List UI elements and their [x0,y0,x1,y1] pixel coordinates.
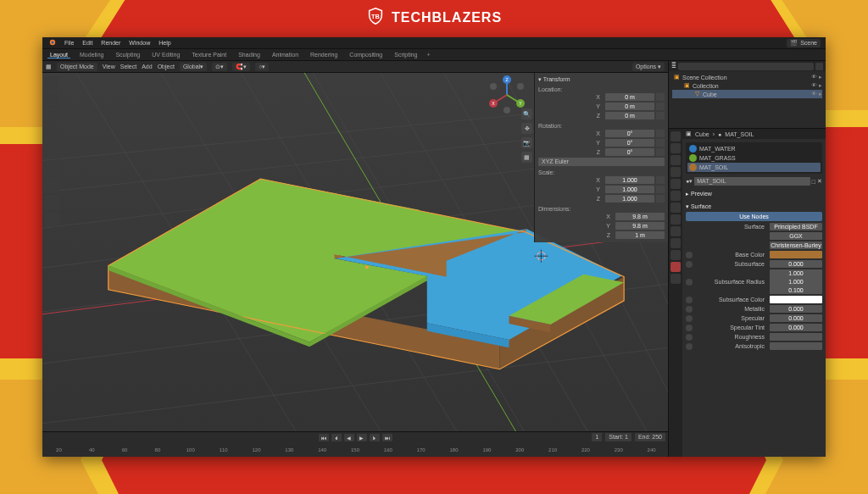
scale-x[interactable]: 1.000 [605,176,654,184]
scene-selector[interactable]: 🎬 Scene [787,39,821,47]
ws-tab-layout[interactable]: Layout [47,52,70,58]
viewport-options[interactable]: Options ▾ [632,63,665,71]
tool-rotate[interactable] [44,127,59,142]
restrict-icon[interactable]: ▸ [819,74,822,80]
filter-icon[interactable] [815,63,823,70]
camera-view-button[interactable]: 📷 [521,137,532,148]
tab-physics[interactable] [670,226,681,236]
subsurface-value[interactable]: 0.000 [770,260,822,268]
socket-dot-icon[interactable] [686,306,693,313]
tab-material[interactable] [670,262,681,272]
loc-y[interactable]: 0 m [605,103,654,110]
ws-tab-modeling[interactable]: Modeling [77,52,106,58]
editor-type-icon[interactable]: ▦ [46,64,52,70]
socket-dot-icon[interactable] [686,252,693,258]
socket-dot-icon[interactable] [686,343,693,350]
socket-dot-icon[interactable] [686,315,693,322]
start-frame[interactable]: Start: 1 [605,433,632,441]
ws-add-tab[interactable]: + [427,52,431,58]
ws-tab-rendering[interactable]: Rendering [308,52,340,58]
outliner-row[interactable]: ▣Scene Collection👁▸ [672,73,822,81]
tab-viewlayer[interactable] [670,155,681,165]
anisotropic-value[interactable] [770,342,822,350]
loc-x[interactable]: 0 m [605,93,654,101]
ws-tab-compositing[interactable]: Compositing [347,52,385,58]
end-frame[interactable]: End: 250 [635,433,665,441]
jump-start-icon[interactable]: ⏮ [319,434,329,441]
tool-annotate[interactable] [44,178,59,193]
tool-transform[interactable] [44,161,59,176]
menu-help[interactable]: Help [159,40,170,46]
material-dropdown-icon[interactable]: ●▾ [686,178,693,185]
unlink-material-button[interactable]: ✕ [817,178,822,185]
material-slot[interactable]: MAT_WATER [687,144,821,153]
dim-z[interactable]: 1 m [615,231,665,239]
vp-menu-object[interactable]: Object [158,64,175,69]
vp-menu-select[interactable]: Select [120,64,136,69]
orientation-selector[interactable]: Global ▾ [180,63,207,71]
menu-edit[interactable]: Edit [82,40,92,46]
play-reverse-icon[interactable]: ◀ [344,434,354,441]
tab-mesh[interactable] [670,250,681,260]
socket-dot-icon[interactable] [686,279,693,286]
ws-tab-uvediting[interactable]: UV Editing [149,52,182,58]
metallic-value[interactable]: 0.000 [770,305,822,313]
timeline-ruler[interactable]: 2040608010011012013014015016017018019020… [42,442,668,457]
sss-radius[interactable]: 1.000 1.000 0.100 [770,269,822,294]
tool-select-box[interactable] [44,76,59,92]
lock-icon[interactable] [656,139,665,147]
outliner-row[interactable]: ▣Collection👁▸ [672,81,822,90]
socket-dot-icon[interactable] [686,297,693,303]
sss-method[interactable]: Christensen-Burley [770,241,822,249]
ws-tab-shading[interactable]: Shading [236,52,263,58]
roughness-value[interactable] [770,333,822,341]
specular-tint-value[interactable]: 0.000 [770,324,822,331]
move-view-button[interactable]: ✥ [521,123,532,134]
outliner-type-icon[interactable]: ≣ [671,63,676,69]
restrict-icon[interactable]: ▸ [819,91,822,97]
dim-y[interactable]: 9.8 m [615,222,665,230]
3d-viewport[interactable]: ▦ Object Mode View Select Add Object Glo… [42,61,668,431]
lock-icon[interactable] [656,93,665,101]
preview-panel-header[interactable]: ▸ Preview [686,189,822,199]
scale-z[interactable]: 1.000 [605,195,654,203]
lock-icon[interactable] [656,112,665,119]
tool-cursor[interactable] [44,93,59,108]
rotation-mode[interactable]: XYZ Euler [538,158,665,166]
tab-world[interactable] [670,179,681,189]
use-nodes-button[interactable]: Use Nodes [686,212,822,221]
material-slot[interactable]: MAT_GRASS [687,153,821,163]
outliner-search[interactable] [678,63,814,70]
tab-object[interactable] [670,191,681,201]
material-name-field[interactable]: MAT_SOIL [694,177,810,186]
pivot-selector[interactable]: ⊙▾ [212,63,227,71]
zoom-button[interactable]: 🔍 [521,108,532,119]
eye-icon[interactable]: 👁 [811,91,817,97]
lock-icon[interactable] [656,148,665,156]
ws-tab-texturepaint[interactable]: Texture Paint [189,52,229,58]
surface-panel-header[interactable]: ▾ Surface [686,202,822,212]
vp-menu-view[interactable]: View [103,64,115,69]
play-icon[interactable]: ▶ [357,434,367,441]
ws-tab-scripting[interactable]: Scripting [392,52,420,58]
scale-y[interactable]: 1.000 [605,186,654,193]
tool-scale[interactable] [44,144,59,159]
lock-icon[interactable] [656,103,665,110]
tool-addcube[interactable] [44,212,59,227]
tab-particles[interactable] [670,214,681,225]
surface-shader[interactable]: Principled BSDF [770,223,822,230]
ws-tab-animation[interactable]: Animation [270,52,301,58]
proportional-toggle[interactable]: ○▾ [255,63,269,71]
tool-measure[interactable] [44,195,59,210]
snap-toggle[interactable]: 🧲▾ [232,63,250,71]
timeline[interactable]: ⏮ ⏴ ◀ ▶ ⏵ ⏭ 1 Start: 1 End: 250 20406080… [42,431,668,457]
lock-icon[interactable] [656,186,665,193]
specular-value[interactable]: 0.000 [770,314,822,322]
socket-dot-icon[interactable] [686,325,693,331]
tool-move[interactable] [44,110,59,125]
menu-file[interactable]: File [64,40,74,46]
socket-dot-icon[interactable] [686,334,693,341]
ggx-mode[interactable]: GGX [770,232,822,240]
menu-render[interactable]: Render [101,40,120,46]
tab-render[interactable] [670,131,681,142]
